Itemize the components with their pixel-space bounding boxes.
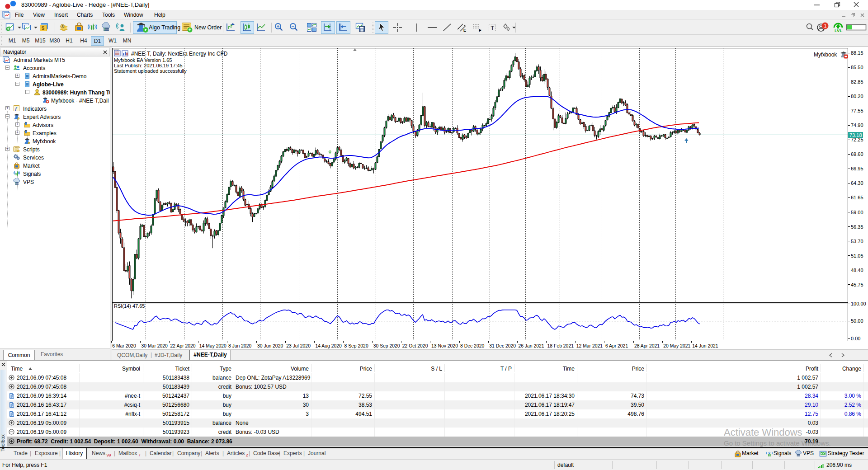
svg-text:14 Aug 2020: 14 Aug 2020 bbox=[315, 343, 342, 348]
svg-text:18 Feb 2021: 18 Feb 2021 bbox=[547, 343, 574, 348]
svg-text:64.30: 64.30 bbox=[851, 180, 863, 186]
svg-text:45.75: 45.75 bbox=[851, 282, 863, 287]
svg-text:Myfxbook EA Version 1.65: Myfxbook EA Version 1.65 bbox=[114, 57, 172, 63]
svg-text:100.00: 100.00 bbox=[851, 301, 866, 306]
svg-text:26 Jan 2021: 26 Jan 2021 bbox=[518, 343, 544, 348]
svg-text:13 Nov 2020: 13 Nov 2020 bbox=[431, 343, 458, 348]
svg-text:14 Jun 2021: 14 Jun 2021 bbox=[692, 343, 718, 348]
svg-text:Last Publish: 2021.06.19 17:45: Last Publish: 2021.06.19 17:45 bbox=[114, 63, 183, 68]
svg-text:73.18: 73.18 bbox=[849, 132, 862, 138]
svg-text:28 Apr 2021: 28 Apr 2021 bbox=[634, 343, 660, 348]
svg-text:Statement uploaded successfull: Statement uploaded successfully bbox=[114, 68, 187, 74]
svg-text:51.05: 51.05 bbox=[851, 253, 863, 258]
svg-text:53.70: 53.70 bbox=[851, 239, 863, 244]
svg-text:20 May 2021: 20 May 2021 bbox=[663, 343, 690, 348]
svg-text:66.95: 66.95 bbox=[851, 166, 863, 171]
svg-text:59.00: 59.00 bbox=[851, 210, 863, 215]
svg-text:22 Oct 2020: 22 Oct 2020 bbox=[402, 343, 428, 348]
svg-text:77.55: 77.55 bbox=[851, 108, 863, 113]
svg-text:#NEE-T, Daily: NextEra Energy: #NEE-T, Daily: NextEra Energy Inc CFD bbox=[131, 51, 228, 57]
svg-text:80.20: 80.20 bbox=[851, 94, 863, 99]
svg-text:50.00: 50.00 bbox=[851, 318, 863, 324]
svg-text:30 Mar 2020: 30 Mar 2020 bbox=[142, 343, 168, 348]
svg-text:Myfxbook: Myfxbook bbox=[814, 52, 837, 58]
svg-text:12 Mar 2021: 12 Mar 2021 bbox=[576, 343, 603, 348]
svg-text:23 Jul 2020: 23 Jul 2020 bbox=[286, 343, 311, 348]
svg-text:72.25: 72.25 bbox=[851, 137, 863, 142]
svg-text:30 Jun 2020: 30 Jun 2020 bbox=[257, 343, 283, 348]
svg-text:56.35: 56.35 bbox=[851, 224, 863, 230]
svg-text:8 Sep 2020: 8 Sep 2020 bbox=[344, 343, 368, 348]
svg-text:8 Dec 2020: 8 Dec 2020 bbox=[460, 343, 484, 348]
svg-text:74.90: 74.90 bbox=[851, 122, 863, 128]
svg-text:30 Sep 2020: 30 Sep 2020 bbox=[373, 343, 400, 348]
svg-text:22 Apr 2020: 22 Apr 2020 bbox=[170, 343, 196, 348]
svg-text:31 Dec 2020: 31 Dec 2020 bbox=[489, 343, 516, 348]
svg-text:6 Apr 2021: 6 Apr 2021 bbox=[605, 343, 628, 348]
svg-text:14 May 2020: 14 May 2020 bbox=[199, 343, 226, 348]
svg-text:48.40: 48.40 bbox=[851, 268, 863, 273]
svg-text:0.00: 0.00 bbox=[851, 336, 860, 341]
svg-text:RSI(14) 47.65: RSI(14) 47.65 bbox=[114, 303, 145, 309]
svg-text:69.60: 69.60 bbox=[851, 151, 863, 157]
svg-text:6 Mar 2020: 6 Mar 2020 bbox=[112, 343, 136, 348]
svg-text:61.65: 61.65 bbox=[851, 195, 863, 200]
svg-text:8 Jun 2020: 8 Jun 2020 bbox=[228, 343, 252, 348]
